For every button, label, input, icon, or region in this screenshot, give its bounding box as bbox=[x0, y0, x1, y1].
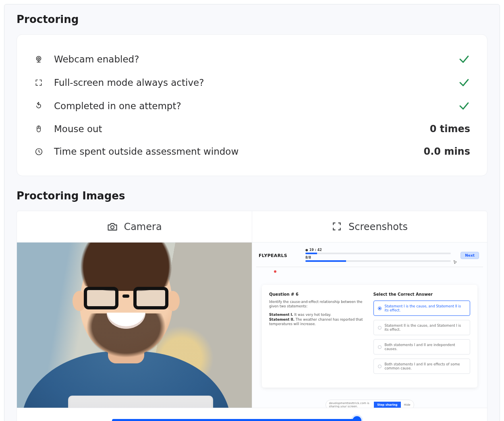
section-title-images: Proctoring Images bbox=[17, 190, 487, 202]
tab-screenshots[interactable]: Screenshots bbox=[252, 211, 487, 242]
metric-value: 0 times bbox=[430, 123, 470, 135]
metric-label: Full-screen mode always active? bbox=[54, 77, 204, 88]
metric-row-fullscreen: Full-screen mode always active? bbox=[34, 71, 470, 94]
metric-label: Mouse out bbox=[54, 124, 102, 134]
cursor-icon bbox=[453, 259, 458, 265]
mouse-icon bbox=[34, 124, 44, 134]
screenshot-icon bbox=[332, 221, 343, 232]
image-slider[interactable] bbox=[17, 408, 487, 421]
tab-camera[interactable]: Camera bbox=[17, 211, 252, 242]
proctoring-card: Webcam enabled? Full-screen mode always … bbox=[17, 34, 487, 176]
shot-option: Statement I is the cause, and Statement … bbox=[373, 301, 471, 316]
svg-point-4 bbox=[111, 226, 114, 229]
shot-answer-title: Select the Correct Answer bbox=[373, 292, 471, 297]
images-content: FLYPEARLS ● 19 : 42 8/8 bbox=[17, 243, 487, 408]
shot-timer: 19 : 42 bbox=[309, 248, 322, 252]
shot-option: Both statements I and II are independent… bbox=[373, 339, 471, 355]
tab-label: Screenshots bbox=[348, 221, 408, 232]
metric-value: 0.0 mins bbox=[424, 146, 470, 157]
panel: Proctoring Webcam enabled? bbox=[4, 4, 500, 421]
metric-label: Completed in one attempt? bbox=[54, 101, 181, 111]
shot-progress-count: 8/8 bbox=[305, 256, 311, 259]
camera-icon bbox=[107, 221, 118, 232]
svg-point-0 bbox=[37, 56, 41, 61]
screenshot-image: FLYPEARLS ● 19 : 42 8/8 bbox=[252, 243, 487, 408]
check-icon bbox=[458, 77, 470, 89]
webcam-icon bbox=[34, 54, 44, 64]
check-icon bbox=[458, 53, 470, 65]
metric-label: Webcam enabled? bbox=[54, 54, 139, 64]
screenshot-pane[interactable]: FLYPEARLS ● 19 : 42 8/8 bbox=[252, 243, 487, 408]
metric-row-mouseout: Mouse out 0 times bbox=[34, 118, 470, 140]
slider-thumb[interactable] bbox=[353, 416, 361, 421]
tabs-header: Camera Screenshots bbox=[17, 211, 487, 243]
metric-row-attempt: Completed in one attempt? bbox=[34, 94, 470, 118]
check-icon bbox=[458, 100, 470, 112]
fullscreen-icon bbox=[34, 78, 44, 87]
record-dot-icon bbox=[274, 270, 276, 273]
shot-logo: FLYPEARLS bbox=[259, 253, 296, 258]
tab-label: Camera bbox=[124, 221, 162, 232]
shot-question-title: Question # 6 bbox=[269, 292, 366, 297]
metric-row-timeout: Time spent outside assessment window 0.0… bbox=[34, 140, 470, 163]
shot-option: Statement II is the cause, and Statement… bbox=[373, 320, 471, 335]
svg-point-1 bbox=[38, 58, 39, 59]
shot-share-pill: developmenttesttrick.com is sharing your… bbox=[326, 400, 414, 408]
slider-track bbox=[112, 419, 357, 421]
shot-question-text: Identify the cause-and-effect relationsh… bbox=[269, 300, 366, 309]
section-title-proctoring: Proctoring bbox=[17, 13, 487, 25]
shot-option: Both statements I and II are effects of … bbox=[373, 359, 471, 374]
metric-label: Time spent outside assessment window bbox=[54, 146, 239, 157]
images-card: Camera Screenshots bbox=[17, 211, 487, 421]
clock-icon bbox=[34, 147, 44, 156]
camera-pane[interactable] bbox=[17, 243, 252, 408]
camera-photo bbox=[17, 243, 252, 408]
retry-icon bbox=[34, 101, 44, 111]
metric-row-webcam: Webcam enabled? bbox=[34, 48, 470, 71]
shot-next-button: Next bbox=[460, 252, 479, 259]
